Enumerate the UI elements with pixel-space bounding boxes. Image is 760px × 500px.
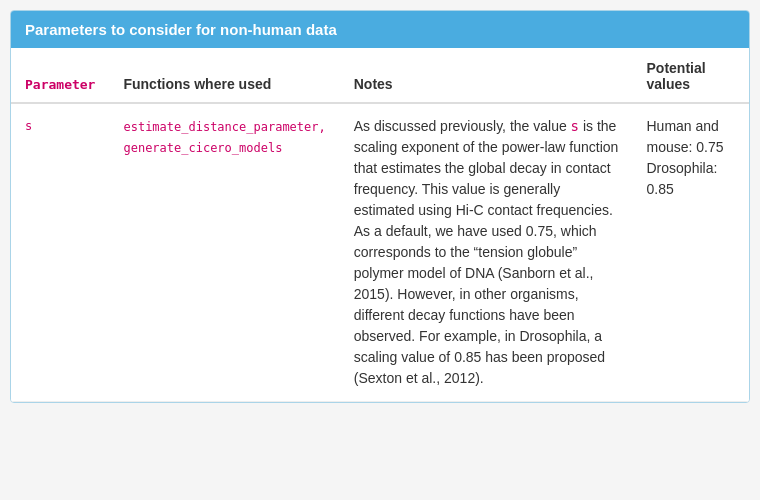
potential-values-cell: Human and mouse: 0.75 Drosophila: 0.85	[633, 103, 750, 402]
function-2: generate_cicero_models	[123, 141, 282, 155]
parameter-value: s	[25, 119, 32, 133]
notes-cell: As discussed previously, the value s is …	[340, 103, 633, 402]
inline-code-s: s	[571, 118, 579, 134]
functions-cell: estimate_distance_parameter, generate_ci…	[109, 103, 339, 402]
table-row: s estimate_distance_parameter, generate_…	[11, 103, 749, 402]
parameters-table: Parameter Functions where used Notes Pot…	[11, 48, 749, 402]
potential-values-text: Human and mouse: 0.75 Drosophila: 0.85	[647, 118, 724, 197]
function-1: estimate_distance_parameter,	[123, 120, 325, 134]
column-header-functions: Functions where used	[109, 48, 339, 103]
parameter-cell: s	[11, 103, 109, 402]
table-header-row: Parameter Functions where used Notes Pot…	[11, 48, 749, 103]
table-title: Parameters to consider for non-human dat…	[11, 11, 749, 48]
column-header-notes: Notes	[340, 48, 633, 103]
parameters-table-container: Parameters to consider for non-human dat…	[10, 10, 750, 403]
notes-text: As discussed previously, the value s is …	[354, 118, 619, 386]
column-header-parameter: Parameter	[11, 48, 109, 103]
column-header-potential-values: Potential values	[633, 48, 750, 103]
